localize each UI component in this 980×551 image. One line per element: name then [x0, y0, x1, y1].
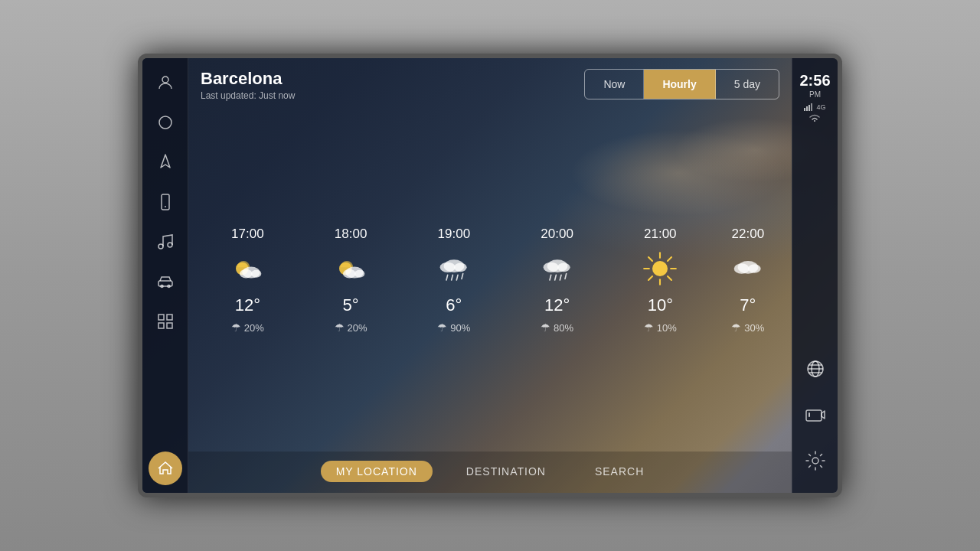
svg-rect-47: [804, 108, 805, 111]
precip-value: 20%: [348, 322, 368, 334]
svg-point-29: [543, 262, 558, 272]
hour-temp: 10°: [648, 295, 673, 315]
svg-line-31: [550, 275, 551, 280]
svg-point-30: [557, 263, 570, 272]
weather-icon-sunny: [639, 248, 681, 289]
car-screen: Barcelona Last updated: Just now Now Hou…: [138, 54, 842, 497]
svg-rect-11: [158, 323, 164, 328]
hour-card-22: 22:00 7° ☂ 30%: [712, 219, 784, 341]
svg-rect-49: [808, 105, 810, 111]
precip-row: ☂ 10%: [644, 321, 677, 334]
hour-temp: 7°: [740, 295, 756, 315]
hour-temp: 6°: [446, 295, 462, 315]
svg-line-39: [648, 257, 652, 261]
weather-icon-rainy-2: [537, 248, 578, 289]
svg-point-45: [733, 263, 749, 273]
umbrella-icon: ☂: [437, 321, 447, 334]
hour-time: 19:00: [438, 227, 471, 242]
svg-line-32: [554, 275, 556, 280]
precip-value: 20%: [244, 322, 264, 334]
svg-point-5: [168, 243, 172, 247]
bottom-nav: MY LOCATION DESTINATION SEARCH: [188, 452, 792, 493]
left-sidebar: [142, 58, 188, 493]
car-icon[interactable]: [149, 265, 182, 298]
navigation-icon[interactable]: [149, 145, 182, 179]
hour-card-18: 18:00 5° ☂ 20%: [299, 219, 403, 341]
location-info: Barcelona Last updated: Just now: [201, 69, 295, 101]
hour-time: 20:00: [541, 227, 573, 242]
umbrella-icon: ☂: [335, 321, 345, 334]
settings-icon[interactable]: [799, 444, 832, 478]
grid-icon[interactable]: [149, 305, 182, 338]
destination-button[interactable]: DESTINATION: [451, 461, 561, 482]
svg-point-46: [748, 264, 761, 273]
precip-row: ☂ 30%: [731, 321, 764, 334]
hour-time: 17:00: [231, 227, 264, 242]
hour-card-19: 19:00 6°: [402, 219, 505, 341]
tab-switcher: Now Hourly 5 day: [584, 69, 779, 99]
svg-rect-48: [806, 106, 808, 111]
camera-icon[interactable]: [799, 398, 832, 432]
svg-line-34: [565, 274, 567, 279]
svg-line-33: [560, 275, 561, 280]
svg-point-22: [439, 262, 455, 272]
svg-point-1: [159, 116, 172, 129]
search-button[interactable]: SEARCH: [580, 461, 659, 482]
umbrella-icon: ☂: [731, 321, 741, 334]
main-content: Barcelona Last updated: Just now Now Hou…: [188, 58, 792, 493]
precip-value: 90%: [450, 322, 470, 334]
header: Barcelona Last updated: Just now Now Hou…: [188, 58, 792, 109]
svg-line-42: [648, 276, 652, 280]
precip-value: 80%: [554, 322, 573, 334]
tab-hourly[interactable]: Hourly: [644, 70, 715, 99]
svg-point-16: [251, 270, 261, 278]
home-button[interactable]: [149, 452, 182, 485]
hour-temp: 12°: [544, 295, 570, 315]
weather-icon-rainy: [433, 248, 475, 289]
phone-signal-icon: [804, 103, 815, 111]
city-name: Barcelona: [201, 69, 295, 89]
svg-point-4: [158, 244, 163, 249]
globe-icon[interactable]: [799, 352, 832, 386]
svg-line-27: [462, 274, 463, 279]
clock-time: 2:56: [799, 72, 830, 89]
hour-temp: 5°: [343, 295, 359, 315]
hour-card-17: 17:00 12° ☂ 20%: [196, 219, 299, 341]
weather-icon-cloudy: [727, 248, 769, 289]
svg-line-24: [446, 275, 448, 280]
svg-line-41: [668, 257, 671, 261]
music-icon[interactable]: [149, 225, 182, 259]
hour-card-20: 20:00 12° ☂: [505, 219, 609, 341]
precip-row: ☂ 20%: [335, 321, 368, 334]
svg-rect-9: [158, 315, 164, 320]
my-location-button[interactable]: MY LOCATION: [321, 461, 433, 482]
tab-5day[interactable]: 5 day: [716, 70, 779, 99]
svg-point-20: [354, 270, 364, 278]
svg-point-0: [162, 77, 168, 83]
precip-row: ☂ 20%: [231, 321, 264, 334]
svg-line-25: [451, 275, 452, 280]
precip-row: ☂ 90%: [437, 321, 470, 334]
precip-value: 30%: [744, 322, 764, 334]
right-bar-icons: [799, 352, 832, 485]
wifi-icon: [808, 113, 821, 122]
clock-period: PM: [809, 90, 821, 99]
precip-row: ☂ 80%: [541, 321, 573, 334]
umbrella-icon: ☂: [644, 321, 654, 334]
tab-now[interactable]: Now: [585, 70, 644, 99]
hour-temp: 12°: [235, 295, 260, 315]
status-bar: 2:56 PM 4G: [796, 66, 833, 129]
voice-icon[interactable]: [149, 106, 182, 139]
svg-point-23: [454, 263, 467, 272]
phone-icon[interactable]: [149, 185, 182, 219]
user-icon[interactable]: [149, 66, 182, 99]
svg-rect-12: [167, 323, 172, 328]
svg-rect-10: [167, 315, 172, 320]
svg-point-59: [812, 458, 818, 464]
4g-label: 4G: [816, 103, 825, 111]
hour-card-21: 21:00: [609, 219, 712, 341]
svg-point-19: [343, 269, 356, 279]
hour-time: 21:00: [644, 227, 677, 242]
svg-rect-50: [811, 103, 812, 111]
svg-point-43: [652, 261, 668, 276]
